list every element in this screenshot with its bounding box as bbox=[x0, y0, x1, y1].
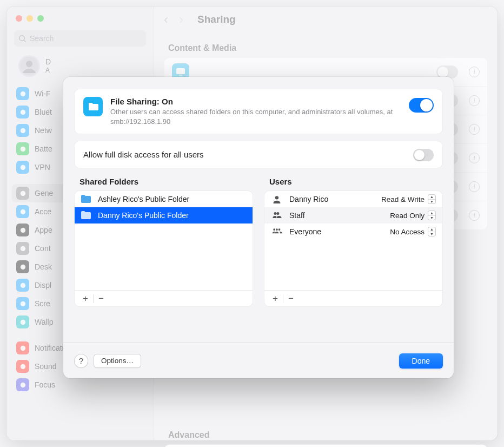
user-name: Danny Rico bbox=[289, 195, 376, 203]
remove-folder-button[interactable]: − bbox=[94, 292, 109, 305]
stepper-icon: ▲▼ bbox=[428, 211, 436, 220]
stepper-icon: ▲▼ bbox=[428, 194, 436, 204]
full-disk-toggle[interactable] bbox=[413, 149, 434, 161]
options-button[interactable]: Options… bbox=[94, 354, 141, 368]
folder-icon bbox=[80, 194, 92, 204]
user-permission-row[interactable]: Staff Read Only ▲▼ bbox=[264, 207, 442, 224]
user-permission-row[interactable]: Everyone No Access ▲▼ bbox=[264, 224, 442, 240]
users-heading: Users bbox=[269, 177, 443, 186]
sheet-footer: ? Options… Done bbox=[63, 343, 454, 378]
permission-value: Read Only bbox=[390, 212, 425, 220]
user-permission-row[interactable]: Danny Rico Read & Write ▲▼ bbox=[264, 191, 442, 207]
user-name: Staff bbox=[289, 211, 384, 220]
full-disk-access-card: Allow full disk access for all users bbox=[74, 141, 443, 168]
add-user-button[interactable]: + bbox=[268, 292, 283, 305]
file-sharing-title: File Sharing: On bbox=[110, 97, 401, 106]
sharing-service-row[interactable]: Remote Management i bbox=[164, 445, 487, 447]
advanced-card: Remote Management i Remote Login i bbox=[164, 444, 488, 447]
group3-icon bbox=[271, 227, 284, 236]
permission-selector[interactable]: Read Only ▲▼ bbox=[390, 211, 436, 220]
shared-folder-row[interactable]: Ashley Rico's Public Folder bbox=[75, 191, 253, 207]
shared-folder-name: Danny Rico's Public Folder bbox=[98, 211, 189, 220]
permission-value: Read & Write bbox=[381, 195, 425, 203]
group2-icon bbox=[271, 211, 284, 220]
help-button[interactable]: ? bbox=[74, 354, 88, 368]
permission-selector[interactable]: Read & Write ▲▼ bbox=[381, 194, 436, 204]
file-sharing-description: Other users can access shared folders on… bbox=[110, 107, 401, 126]
user-name: Everyone bbox=[289, 227, 384, 236]
system-settings-window: Search D A Wi-FBluetNetwBatteVPNGeneAcce… bbox=[6, 6, 498, 441]
shared-folders-list: Ashley Rico's Public FolderDanny Rico's … bbox=[74, 190, 253, 307]
person-icon bbox=[271, 195, 284, 203]
shared-folder-name: Ashley Rico's Public Folder bbox=[98, 195, 189, 203]
file-sharing-status-card: File Sharing: On Other users can access … bbox=[74, 89, 443, 134]
file-sharing-sheet: File Sharing: On Other users can access … bbox=[63, 77, 454, 378]
shared-folders-column: Shared Folders Ashley Rico's Public Fold… bbox=[74, 177, 253, 307]
remove-user-button[interactable]: − bbox=[283, 292, 299, 305]
permission-selector[interactable]: No Access ▲▼ bbox=[390, 227, 436, 236]
shared-folder-row[interactable]: Danny Rico's Public Folder bbox=[75, 207, 253, 224]
add-folder-button[interactable]: + bbox=[78, 292, 93, 305]
done-button[interactable]: Done bbox=[399, 353, 443, 369]
file-sharing-toggle[interactable] bbox=[409, 98, 434, 113]
file-sharing-icon bbox=[83, 97, 103, 116]
permission-value: No Access bbox=[390, 228, 425, 236]
users-list: Danny Rico Read & Write ▲▼ Staff Read On… bbox=[264, 190, 443, 307]
shared-folders-heading: Shared Folders bbox=[79, 177, 253, 186]
stepper-icon: ▲▼ bbox=[428, 227, 436, 236]
full-disk-label: Allow full disk access for all users bbox=[83, 150, 413, 159]
users-column: Users Danny Rico Read & Write ▲▼ Staff R… bbox=[264, 177, 443, 307]
folder-icon bbox=[80, 211, 92, 220]
